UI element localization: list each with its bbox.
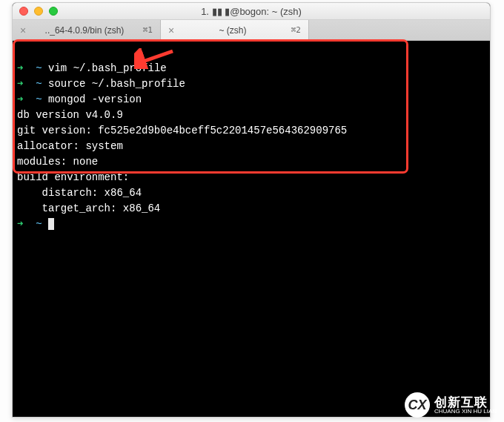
tab-title: .._64-4.0.9/bin (zsh) xyxy=(30,25,139,36)
watermark: CX 创新互联 CHUANG XIN HU LIAN xyxy=(405,392,497,418)
cursor-icon xyxy=(48,218,54,230)
watermark-logo-icon: CX xyxy=(405,392,430,418)
watermark-cn: 创新互联 xyxy=(434,396,497,409)
tab-shortcut: ⌘1 xyxy=(143,25,153,35)
prompt-line: ➜ ~ source ~/.bash_profile xyxy=(17,78,185,90)
prompt-line: ➜ ~ vim ~/.bash_profile xyxy=(17,62,167,74)
prompt-arrow-icon: ➜ xyxy=(17,78,23,90)
prompt-path: ~ xyxy=(36,78,42,90)
prompt-line: ➜ ~ mongod -version xyxy=(17,93,142,105)
prompt-path: ~ xyxy=(36,62,42,74)
command-text: vim ~/.bash_profile xyxy=(48,62,167,74)
terminal-body[interactable]: ➜ ~ vim ~/.bash_profile ➜ ~ source ~/.ba… xyxy=(13,41,490,252)
titlebar: 1. ▮▮ ▮@bogon: ~ (zsh) xyxy=(13,3,490,20)
tab-bar: × .._64-4.0.9/bin (zsh) ⌘1 × ~ (zsh) ⌘2 xyxy=(13,20,490,41)
output-line: distarch: x86_64 xyxy=(17,187,142,199)
prompt-path: ~ xyxy=(36,93,42,105)
output-line: target_arch: x86_64 xyxy=(17,202,160,214)
window-title: 1. ▮▮ ▮@bogon: ~ (zsh) xyxy=(13,6,490,17)
close-icon[interactable]: × xyxy=(168,25,174,36)
tab-shortcut: ⌘2 xyxy=(291,25,301,35)
output-line: modules: none xyxy=(17,156,98,168)
prompt-line: ➜ ~ xyxy=(17,218,54,230)
output-line: build environment: xyxy=(17,171,129,183)
close-icon[interactable]: × xyxy=(20,25,26,36)
tab-1[interactable]: × ~ (zsh) ⌘2 xyxy=(161,20,309,40)
command-text: source ~/.bash_profile xyxy=(48,78,185,90)
prompt-arrow-icon: ➜ xyxy=(17,93,23,105)
prompt-arrow-icon: ➜ xyxy=(17,62,23,74)
prompt-arrow-icon: ➜ xyxy=(17,218,23,230)
watermark-text: 创新互联 CHUANG XIN HU LIAN xyxy=(434,396,497,415)
terminal-window: 1. ▮▮ ▮@bogon: ~ (zsh) × .._64-4.0.9/bin… xyxy=(12,2,491,418)
watermark-en: CHUANG XIN HU LIAN xyxy=(434,409,497,415)
output-line: allocator: system xyxy=(17,140,123,152)
command-text: mongod -version xyxy=(48,93,142,105)
output-line: git version: fc525e2d9b0e4bceff5c2201457… xyxy=(17,125,347,136)
prompt-path: ~ xyxy=(36,218,42,230)
tab-0[interactable]: × .._64-4.0.9/bin (zsh) ⌘1 xyxy=(13,20,161,40)
tab-title: ~ (zsh) xyxy=(179,25,287,36)
output-line: db version v4.0.9 xyxy=(17,109,123,121)
